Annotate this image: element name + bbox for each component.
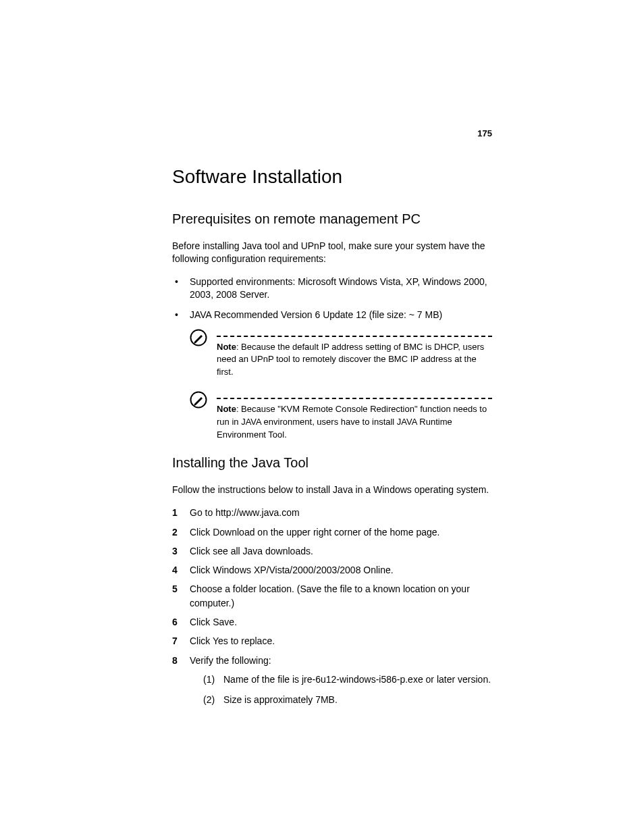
note-text: Note: Because the default IP address set…	[217, 341, 492, 380]
steps-list: Go to http://www.java.com Click Download…	[172, 506, 492, 706]
prerequisites-list: Supported environments: Microsoft Window…	[172, 276, 492, 322]
page-number: 175	[172, 128, 492, 138]
document-page: 175 Software Installation Prerequisites …	[0, 0, 644, 754]
note-text: Note: Because "KVM Remote Console Redire…	[217, 403, 492, 442]
list-item: Name of the file is jre-6u12-windows-i58…	[203, 673, 492, 686]
note-block: Note: Because "KVM Remote Console Redire…	[190, 391, 492, 442]
list-item: Go to http://www.java.com	[172, 506, 492, 519]
note-block: Note: Because the default IP address set…	[190, 329, 492, 380]
installing-intro: Follow the instructions below to install…	[172, 484, 492, 497]
list-item: Click Windows XP/Vista/2000/2003/2008 On…	[172, 563, 492, 577]
note-divider	[217, 398, 492, 399]
pencil-icon	[190, 391, 207, 409]
section-heading-installing: Installing the Java Tool	[172, 454, 492, 471]
substeps-list: Name of the file is jre-6u12-windows-i58…	[203, 673, 492, 707]
list-item: Size is approximately 7MB.	[203, 693, 492, 706]
list-item: Supported environments: Microsoft Window…	[172, 276, 492, 302]
step-label: Verify the following:	[190, 655, 271, 666]
note-divider	[217, 336, 492, 337]
list-item: Verify the following: Name of the file i…	[172, 654, 492, 707]
list-item: Click Save.	[172, 615, 492, 629]
pencil-icon	[190, 329, 207, 346]
list-item: Click Yes to replace.	[172, 634, 492, 648]
section-heading-prerequisites: Prerequisites on remote management PC	[172, 210, 492, 228]
page-title: Software Installation	[172, 165, 492, 188]
list-item: Click see all Java downloads.	[172, 544, 492, 558]
list-item: Click Download on the upper right corner…	[172, 525, 492, 539]
list-item: Choose a folder location. (Save the file…	[172, 582, 492, 610]
list-item: JAVA Recommended Version 6 Update 12 (fi…	[172, 309, 492, 322]
prerequisites-intro: Before installing Java tool and UPnP too…	[172, 240, 492, 266]
